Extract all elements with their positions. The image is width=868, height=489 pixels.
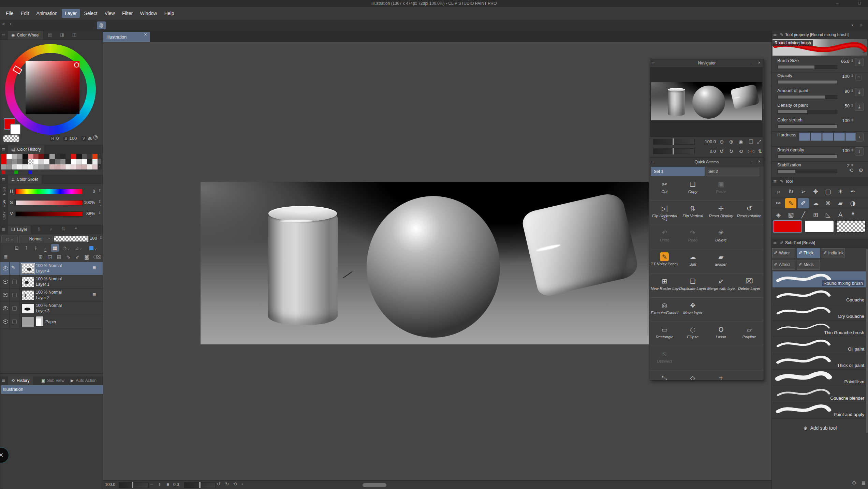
create-layer-mask-icon[interactable]: ◙ [83,253,91,261]
rotate-left-icon[interactable]: ↺ [718,148,725,155]
select-layer-checkbox[interactable] [12,293,17,297]
color-swatch[interactable] [17,154,23,159]
panel-menu-icon[interactable]: ≡ [773,32,777,37]
color-swatch[interactable] [33,159,39,164]
select-layer-checkbox[interactable] [12,320,17,324]
collapse-dock-icon[interactable]: « [2,21,5,26]
color-swatch[interactable] [76,154,82,159]
color-swatch[interactable] [87,164,92,169]
quick-access-button[interactable]: ◇ Free Transform [679,370,707,380]
color-swatch[interactable] [87,154,92,159]
add-sub-tool-button[interactable]: ⊕Add sub tool [772,423,868,433]
layer-row[interactable]: 100 % Normal Layer 3 ▦ [0,302,103,315]
sub-tool-item[interactable]: Thick oil paint [773,353,867,370]
color-swatch[interactable] [1,164,6,169]
fit-to-window-icon[interactable]: ◉ [737,138,745,146]
canvas[interactable] [201,182,649,344]
zoom-out-icon[interactable]: ⊖ [718,138,725,146]
color-swatch[interactable] [49,154,55,159]
sub-color-swatch[interactable] [805,220,834,233]
quick-access-button[interactable]: ↺ Reset rotation [735,201,763,225]
panel-menu-icon[interactable]: ≡ [773,179,777,183]
layer-thumbnail[interactable] [21,317,34,327]
menu-item[interactable]: Animation [33,9,60,18]
history-entry[interactable]: Illustration [1,385,104,394]
color-swatch[interactable] [44,159,49,164]
property-slider[interactable] [777,65,837,69]
color-swatch[interactable] [65,154,71,159]
tab-history[interactable]: ⟲History [8,376,33,385]
tab-layer-note-icon[interactable]: ❝ [71,227,80,233]
tab-tool-property[interactable]: ✎Tool property [Round mixing brush] [780,31,849,39]
balloon-tool-icon[interactable]: ❝ [847,210,858,220]
blend-mode-select[interactable]: Normal⌄ [19,235,53,243]
menu-item[interactable]: Edit [18,9,32,18]
panel-menu-icon[interactable]: ≡ [651,160,655,164]
color-swatch[interactable] [49,159,55,164]
hardness-segments[interactable] [799,133,857,142]
tab-layer-move-icon[interactable]: ⇅ [59,227,68,233]
menu-item[interactable]: File [3,9,17,18]
lock-transparent-pixels-icon[interactable]: ▦ [51,244,59,252]
tab-color-wheel[interactable]: ◉Color Wheel [8,31,43,40]
color-swatch[interactable] [23,159,28,164]
layer-visibility-eye-icon[interactable] [3,280,8,284]
layer-thumbnail[interactable] [21,277,34,287]
frame-border-tool-icon[interactable]: ⊞ [810,210,821,220]
full-screen-icon[interactable]: ⤢ [755,138,763,146]
quick-access-button[interactable]: ⌧ Delete Layer [735,273,763,297]
tab-color-history[interactable]: ▤Color History [8,145,44,154]
source-setting-icon[interactable]: ⤓ [855,88,864,96]
navigator-rotation-slider[interactable] [653,148,695,154]
slider-track[interactable] [15,189,83,194]
property-spinner-icon[interactable]: ⇕ [851,118,854,122]
color-swatch[interactable] [17,164,23,169]
layer-visibility-eye-icon[interactable] [3,293,8,297]
color-swatch[interactable] [44,164,49,169]
slider-spinner-icon[interactable]: ⇕ [98,200,101,204]
color-swatch[interactable] [60,154,66,159]
sub-tool-item[interactable]: Gouache [773,288,867,304]
blend-tool-icon[interactable]: ◑ [847,198,858,208]
canvas-scrollbar-thumb[interactable] [363,483,386,487]
quick-access-button[interactable]: ✥ Move layer [679,298,707,322]
property-slider[interactable] [777,124,837,128]
color-swatch[interactable] [12,159,17,164]
tab-set-1[interactable]: Set 1 [651,167,705,176]
color-swatch[interactable] [39,159,44,164]
ruler-icon[interactable]: ⊿⌄ [75,244,83,252]
more-tools-icon[interactable]: › [848,21,857,29]
wheel-mode-icon[interactable]: ◔ [93,134,98,140]
color-swatch[interactable] [55,159,60,164]
color-swatch[interactable] [71,159,76,164]
color-swatch[interactable] [87,159,92,164]
panel-menu-icon[interactable]: ≡ [651,61,655,65]
property-spinner-icon[interactable]: ⇕ [851,74,854,78]
color-swatch[interactable] [71,154,76,159]
slider-track[interactable] [15,200,83,205]
tab-color-mixing-icon[interactable]: ◨ [58,32,67,39]
quick-access-button[interactable]: ❏ Copy [679,177,707,201]
layer-list-view-icon[interactable]: ≣ [2,253,10,261]
back-icon[interactable]: ‹ [10,21,12,26]
property-spinner-icon[interactable]: ⇕ [851,104,854,107]
color-swatch[interactable] [92,164,98,169]
source-setting-icon[interactable]: ⤓ [855,103,864,111]
layer-thumbnail[interactable] [21,264,34,274]
source-setting-icon[interactable]: ⤓ [855,147,864,155]
tab-layer[interactable]: ❏Layer [8,225,31,234]
quick-access-button[interactable]: ▰ Eraser [707,249,735,273]
close-window-icon[interactable]: × [864,0,868,7]
selection-tool-icon[interactable]: ▢ [822,187,834,197]
sub-tool-detail-icon[interactable]: ⚙ [858,168,863,173]
reference-layer-icon[interactable]: ⊺ [22,244,30,252]
move-tool-icon[interactable]: ✥ [810,187,821,197]
color-swatch[interactable] [6,154,12,159]
color-swatch[interactable] [82,154,87,159]
tab-set-2[interactable]: Set 2 [706,167,759,176]
quick-access-button[interactable]: ▭ Rectangle [650,322,679,346]
quick-access-button[interactable]: ❏ Duplicate Layer [679,273,707,297]
decoration-tool-icon[interactable]: ❋ [822,198,834,208]
pinned-color-swatch[interactable] [28,171,32,174]
zoom-tool-icon[interactable]: ⌕ [773,187,784,197]
